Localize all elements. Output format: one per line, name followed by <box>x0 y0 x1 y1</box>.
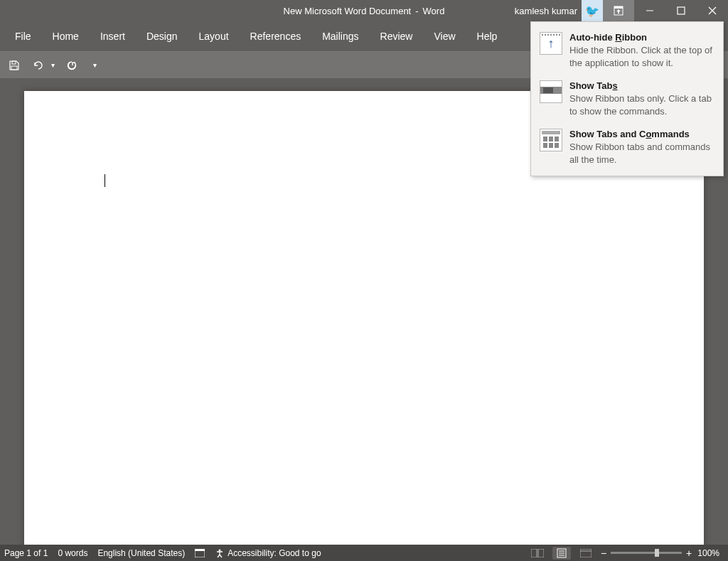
menu-help[interactable]: Help <box>466 23 508 49</box>
macro-icon <box>195 549 205 557</box>
ribbon-option-show-tabs-commands[interactable]: Show Tabs and Commands Show Ribbon tabs … <box>531 123 723 171</box>
menu-view[interactable]: View <box>423 23 466 49</box>
text-cursor <box>105 174 105 187</box>
popup-title: Show Tabs and Commands <box>569 129 714 139</box>
web-layout-icon <box>580 549 592 557</box>
minimize-button[interactable] <box>634 0 665 21</box>
redo-button[interactable] <box>65 58 79 73</box>
svg-rect-12 <box>531 549 537 557</box>
svg-rect-3 <box>678 7 685 14</box>
popup-desc: Show Ribbon tabs and commands all the ti… <box>569 141 714 166</box>
popup-desc: Hide the Ribbon. Click at the top of the… <box>569 44 714 69</box>
svg-rect-18 <box>580 549 592 557</box>
bird-icon: 🐦 <box>585 4 599 18</box>
redo-icon <box>66 60 77 71</box>
close-icon <box>708 6 717 15</box>
status-accessibility[interactable]: Accessibility: Good to go <box>215 548 321 558</box>
status-word-count[interactable]: 0 words <box>58 548 87 558</box>
svg-point-11 <box>219 549 221 551</box>
ribbon-display-options-menu: ↑ Auto-hide Ribbon Hide the Ribbon. Clic… <box>530 21 724 176</box>
app-name: Word <box>423 6 445 16</box>
menu-review[interactable]: Review <box>370 23 424 49</box>
close-button[interactable] <box>697 0 728 21</box>
accessibility-icon <box>215 548 225 558</box>
read-mode-icon <box>531 549 544 557</box>
svg-rect-1 <box>614 6 623 9</box>
save-icon <box>9 60 20 71</box>
svg-rect-7 <box>11 66 17 70</box>
ribbon-options-icon <box>614 6 623 16</box>
view-read-mode[interactable] <box>528 547 547 560</box>
undo-button[interactable] <box>31 58 46 73</box>
svg-rect-13 <box>538 549 544 557</box>
menu-home[interactable]: Home <box>42 23 90 49</box>
maximize-button[interactable] <box>665 0 697 21</box>
popup-desc: Show Ribbon tabs only. Click a tab to sh… <box>569 92 714 117</box>
view-web-layout[interactable] <box>577 547 595 560</box>
qat-customize-dropdown[interactable]: ▾ <box>93 61 97 69</box>
show-tabs-commands-icon <box>540 129 562 151</box>
popup-title: Show Tabs <box>569 80 714 91</box>
menu-layout[interactable]: Layout <box>188 23 240 49</box>
zoom-out-icon[interactable]: − <box>601 547 606 559</box>
ribbon-display-options-button[interactable] <box>603 0 634 21</box>
zoom-thumb[interactable] <box>655 549 659 557</box>
title-separator: - <box>415 6 418 16</box>
menu-file[interactable]: File <box>4 23 42 49</box>
menu-references[interactable]: References <box>240 23 312 49</box>
undo-dropdown[interactable]: ▾ <box>51 61 55 69</box>
save-button[interactable] <box>7 58 21 73</box>
status-accessibility-label: Accessibility: Good to go <box>228 548 321 558</box>
menu-insert[interactable]: Insert <box>90 23 136 49</box>
zoom-level[interactable]: 100% <box>697 548 719 558</box>
maximize-icon <box>677 6 685 15</box>
svg-rect-10 <box>195 549 205 551</box>
minimize-icon <box>646 6 654 15</box>
ribbon-option-auto-hide[interactable]: ↑ Auto-hide Ribbon Hide the Ribbon. Clic… <box>531 26 723 75</box>
menu-design[interactable]: Design <box>136 23 188 49</box>
user-name[interactable]: kamlesh kumar <box>510 6 582 16</box>
status-page[interactable]: Page 1 of 1 <box>4 548 48 558</box>
status-language[interactable]: English (United States) <box>97 548 185 558</box>
menu-mailings[interactable]: Mailings <box>311 23 369 49</box>
zoom-track[interactable] <box>611 552 682 554</box>
zoom-in-icon[interactable]: + <box>686 547 692 559</box>
popup-title: Auto-hide Ribbon <box>569 32 714 43</box>
status-macro-icon[interactable] <box>195 549 205 557</box>
title-bar: New Microsoft Word Document - Word kamle… <box>0 0 728 21</box>
view-print-layout[interactable] <box>552 547 571 560</box>
auto-hide-icon: ↑ <box>540 32 562 55</box>
window-title: New Microsoft Word Document - Word <box>284 6 445 16</box>
status-bar: Page 1 of 1 0 words English (United Stat… <box>0 545 728 561</box>
zoom-slider[interactable]: − + <box>601 547 692 559</box>
user-avatar[interactable]: 🐦 <box>582 0 603 21</box>
show-tabs-icon <box>540 80 562 103</box>
undo-icon <box>32 60 45 71</box>
document-name: New Microsoft Word Document <box>284 6 412 16</box>
ribbon-option-show-tabs[interactable]: Show Tabs Show Ribbon tabs only. Click a… <box>531 75 723 123</box>
print-layout-icon <box>557 548 567 558</box>
